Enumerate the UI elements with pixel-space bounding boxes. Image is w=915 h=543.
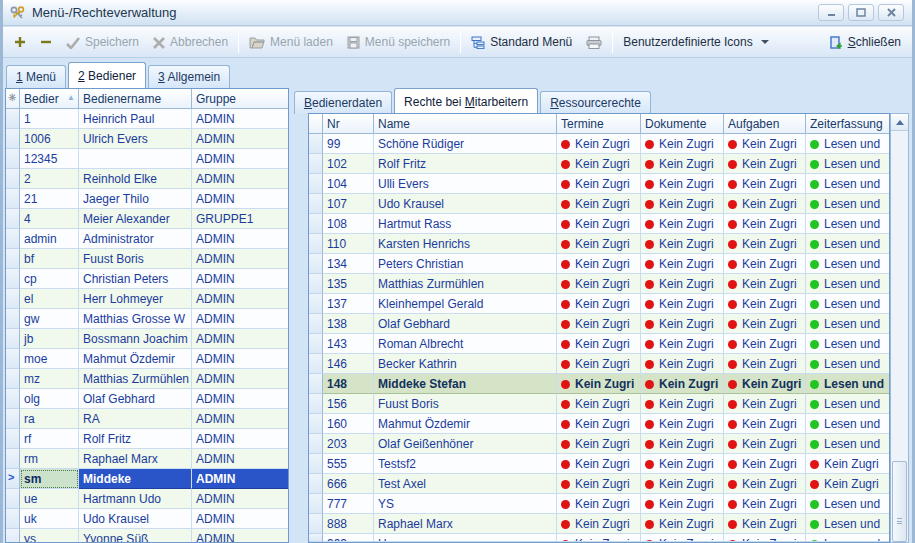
minimize-button[interactable] <box>818 4 844 21</box>
table-row[interactable]: rfRolf FritzADMIN <box>6 429 288 449</box>
table-row[interactable]: 138Olaf GebhardKein ZugriKein ZugriKein … <box>309 314 889 334</box>
access-dot-icon <box>810 200 819 209</box>
remove-button[interactable] <box>33 32 59 52</box>
permission-label: Kein Zugri <box>659 357 714 371</box>
custom-icons-dropdown[interactable]: Benutzerdefinierte Icons <box>616 31 775 53</box>
table-row[interactable]: mzMatthias ZurmühlenADMIN <box>6 369 288 389</box>
no-access-dot-icon <box>561 340 570 349</box>
table-row[interactable]: rmRaphael MarxADMIN <box>6 449 288 469</box>
no-access-dot-icon <box>728 540 737 542</box>
tab-menu[interactable]: 1 Menü <box>6 65 66 88</box>
header-corner <box>309 114 323 134</box>
table-row[interactable]: 156Fuust BorisKein ZugriKein ZugriKein Z… <box>309 394 889 414</box>
cancel-button[interactable]: Abbrechen <box>146 31 235 53</box>
tab-bedienerdaten[interactable]: Bedienerdaten <box>294 91 392 114</box>
table-row[interactable]: 107Udo KrauselKein ZugriKein ZugriKein Z… <box>309 194 889 214</box>
print-button[interactable] <box>579 31 609 53</box>
table-row[interactable]: 555Testsf2Kein ZugriKein ZugriKein Zugri… <box>309 454 889 474</box>
menu-load-button[interactable]: Menü laden <box>242 31 340 53</box>
table-row[interactable]: 102Rolf FritzKein ZugriKein ZugriKein Zu… <box>309 154 889 174</box>
row-indicator <box>6 389 20 409</box>
table-row[interactable]: 135Matthias ZurmühlenKein ZugriKein Zugr… <box>309 274 889 294</box>
table-row[interactable]: raRAADMIN <box>6 409 288 429</box>
table-row[interactable]: 148Middeke StefanKein ZugriKein ZugriKei… <box>309 374 889 394</box>
table-row[interactable]: >smMiddekeADMIN <box>6 469 288 489</box>
row-indicator <box>6 369 20 389</box>
scroll-up-button[interactable] <box>891 114 908 131</box>
scrollbar-thumb[interactable] <box>892 461 907 542</box>
no-access-dot-icon <box>645 220 654 229</box>
table-row[interactable]: 4Meier AlexanderGRUPPE1 <box>6 209 288 229</box>
table-row[interactable]: bfFuust BorisADMIN <box>6 249 288 269</box>
no-access-dot-icon <box>728 300 737 309</box>
vertical-scrollbar[interactable] <box>890 113 909 543</box>
table-row[interactable]: ysYvonne SüßADMIN <box>6 529 288 543</box>
check-icon <box>66 35 80 49</box>
table-row[interactable]: 110Karsten HenrichsKein ZugriKein ZugriK… <box>309 234 889 254</box>
column-header-aufgaben[interactable]: Aufgaben <box>724 114 806 134</box>
tab-rechte-bei-mitarbeitern[interactable]: Rechte bei Mitarbeitern <box>394 88 538 114</box>
permission-label: Kein Zugri <box>742 397 797 411</box>
save-button[interactable]: Speichern <box>59 31 146 53</box>
table-row[interactable]: 1006Ulrich EversADMIN <box>6 129 288 149</box>
column-header-bedienername[interactable]: Bedienername <box>79 89 192 109</box>
table-row[interactable]: 134Peters ChristianKein ZugriKein ZugriK… <box>309 254 889 274</box>
tab-bediener[interactable]: 2 Bediener <box>68 62 146 88</box>
column-header-name[interactable]: Name <box>374 114 557 134</box>
main-tabstrip: 1 Menü 2 Bediener 3 Allgemein <box>6 59 230 88</box>
table-row[interactable]: adminAdministratorADMIN <box>6 229 288 249</box>
close-button[interactable] <box>878 4 904 21</box>
column-header-nr[interactable]: Nr <box>323 114 374 134</box>
table-row[interactable]: elHerr LohmeyerADMIN <box>6 289 288 309</box>
permission-label: Kein Zugri <box>742 377 801 391</box>
table-row[interactable]: ueHartmann UdoADMIN <box>6 489 288 509</box>
arrow-up-icon <box>896 120 904 125</box>
column-header-bediener[interactable]: Bedier▲ <box>20 89 79 109</box>
table-row[interactable]: 666Test AxelKein ZugriKein ZugriKein Zug… <box>309 474 889 494</box>
menu-save-button[interactable]: Menü speichern <box>340 31 457 53</box>
table-row[interactable]: 99Schöne RüdigerKein ZugriKein ZugriKein… <box>309 134 889 154</box>
table-row[interactable]: 999HKein ZugriKein ZugriKein ZugriLesen … <box>309 534 889 542</box>
table-row[interactable]: 104Ulli EversKein ZugriKein ZugriKein Zu… <box>309 174 889 194</box>
tab-allgemein[interactable]: 3 Allgemein <box>148 65 230 88</box>
table-row[interactable]: cpChristian PetersADMIN <box>6 269 288 289</box>
no-access-dot-icon <box>645 440 654 449</box>
table-row[interactable]: 146Becker KathrinKein ZugriKein ZugriKei… <box>309 354 889 374</box>
table-row[interactable]: 2Reinhold ElkeADMIN <box>6 169 288 189</box>
table-row[interactable]: 12345ADMIN <box>6 149 288 169</box>
row-indicator <box>309 174 323 194</box>
table-row[interactable]: 203Olaf GeißenhönerKein ZugriKein ZugriK… <box>309 434 889 454</box>
table-row[interactable]: 888Raphael MarxKein ZugriKein ZugriKein … <box>309 514 889 534</box>
column-header-zeiterfassung[interactable]: Zeiterfassung <box>806 114 890 134</box>
table-row[interactable]: jbBossmann JoachimADMIN <box>6 329 288 349</box>
table-row[interactable]: 21Jaeger ThiloADMIN <box>6 189 288 209</box>
table-row[interactable]: olgOlaf GebhardADMIN <box>6 389 288 409</box>
standard-menu-button[interactable]: Standard Menü <box>464 31 579 53</box>
no-access-dot-icon <box>728 440 737 449</box>
permission-label: Kein Zugri <box>742 357 797 371</box>
table-row[interactable]: gwMatthias Grosse WADMIN <box>6 309 288 329</box>
table-row[interactable]: 777YSKein ZugriKein ZugriKein ZugriLesen… <box>309 494 889 514</box>
scrollbar-grip-icon <box>897 518 902 524</box>
table-row[interactable]: ukUdo KrauselADMIN <box>6 509 288 529</box>
table-row[interactable]: 137Kleinhempel GeraldKein ZugriKein Zugr… <box>309 294 889 314</box>
no-access-dot-icon <box>728 520 737 529</box>
tab-ressourcerechte[interactable]: Ressourcerechte <box>540 91 651 114</box>
column-header-termine[interactable]: Termine <box>557 114 641 134</box>
row-indicator <box>309 314 323 334</box>
row-indicator <box>6 509 20 529</box>
table-row[interactable]: 160Mahmut ÖzdemirKein ZugriKein ZugriKei… <box>309 414 889 434</box>
table-row[interactable]: 143Roman AlbrechtKein ZugriKein ZugriKei… <box>309 334 889 354</box>
add-button[interactable] <box>7 32 33 52</box>
table-row[interactable]: 1Heinrich PaulADMIN <box>6 109 288 129</box>
table-row[interactable]: moeMahmut ÖzdemirADMIN <box>6 349 288 369</box>
row-indicator <box>309 274 323 294</box>
column-header-gruppe[interactable]: Gruppe <box>192 89 288 109</box>
permission-label: Lesen und <box>824 377 884 391</box>
close-window-button[interactable]: Schließen <box>822 31 908 53</box>
table-row[interactable]: 108Hartmut RassKein ZugriKein ZugriKein … <box>309 214 889 234</box>
no-access-dot-icon <box>561 420 570 429</box>
no-access-dot-icon <box>728 160 737 169</box>
maximize-button[interactable] <box>848 4 874 21</box>
column-header-dokumente[interactable]: Dokumente <box>641 114 724 134</box>
